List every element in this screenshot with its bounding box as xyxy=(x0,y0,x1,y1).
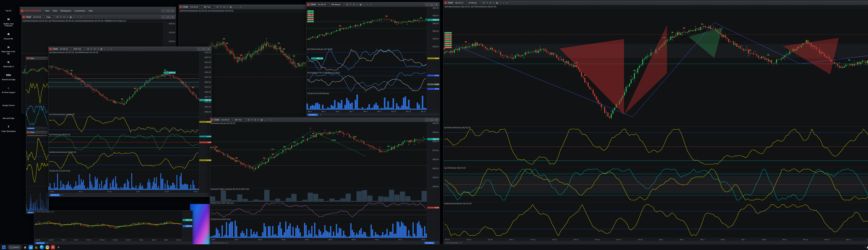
toolbar-icon[interactable]: ▦ xyxy=(100,48,103,51)
indicator-plot[interactable]: hpzMomentumIndicator (ES 06-23) xyxy=(49,151,199,170)
price-plot[interactable]: hpzPatternsIndicator (ES 06-23), hpzVWAP… xyxy=(49,52,199,113)
toolbar-icon[interactable]: ↔ xyxy=(72,15,75,19)
instrument-tab[interactable]: ES 06-23 xyxy=(424,242,435,244)
minimize-button[interactable]: ─ xyxy=(425,118,429,122)
toolbar-icon[interactable]: ↔ xyxy=(232,5,236,8)
time-axis[interactable]: Feb 14Feb 15Feb 16Feb 17Feb 21Feb 22Feb … xyxy=(443,238,868,241)
menu-item[interactable]: Tools xyxy=(53,10,57,12)
toolbar-icon[interactable]: ↕ xyxy=(502,1,505,4)
volume-plot[interactable]: VOL(ES 06-23 (300 Tick)) xyxy=(210,218,427,238)
minimize-button[interactable]: ─ xyxy=(161,15,166,19)
interval-dropdown[interactable]: Daily▾ xyxy=(45,15,54,19)
toolbar-icon[interactable]: ▦ xyxy=(229,5,232,8)
window-titlebar[interactable]: Chart ES 06-23▾ 300 Tick▾ ⊞✎⊕≡▦↔↕◇ ─ ▢ ✕ xyxy=(210,118,439,122)
maximize-button[interactable]: ▢ xyxy=(166,15,170,19)
price-axis[interactable]: 3982.75 4000.003990.003980.003970.003960… xyxy=(427,122,439,188)
toolbar-icon[interactable]: ↔ xyxy=(363,3,365,6)
tray-icon[interactable]: ▟ xyxy=(867,246,868,248)
toolbar-icon[interactable]: ⊞ xyxy=(482,1,485,4)
price-plot[interactable]: 3987.253984.503981.753979.003976.253973.… xyxy=(306,7,427,48)
toolbar-icon[interactable]: ✎ xyxy=(349,3,352,6)
toolbar-icon[interactable]: ▦ xyxy=(260,118,263,121)
toolbar-icon[interactable]: ◇ xyxy=(270,118,273,121)
interval-dropdown[interactable]: 300 Tick▾ xyxy=(233,118,245,122)
toolbar-icon[interactable]: ⊞ xyxy=(87,48,90,51)
toolbar-icon[interactable]: ≡ xyxy=(66,15,69,19)
toolbar-icon[interactable]: ▦ xyxy=(69,15,72,19)
close-button[interactable]: ✕ xyxy=(170,15,175,19)
add-tab-button[interactable]: + xyxy=(61,194,64,196)
toolbar-icon[interactable]: ✎ xyxy=(90,48,93,51)
taskbar-app-icon[interactable] xyxy=(45,245,50,249)
menu-item[interactable]: Help xyxy=(89,10,93,12)
desktop-icon[interactable]: Microsoft Edge xyxy=(1,111,16,120)
indicator-plot[interactable]: hpzTSIIndicator (NQ 06-23) xyxy=(443,167,868,202)
toolbar-icon[interactable]: ⊞ xyxy=(56,15,59,19)
interval-dropdown[interactable]: 2100 Tick▾ xyxy=(72,48,84,51)
volume-axis[interactable] xyxy=(427,92,439,110)
sparkline-plot[interactable] xyxy=(26,162,49,186)
desktop-icon[interactable]: ⌂ At Home Support xyxy=(1,85,16,94)
desktop-icon[interactable]: SSe StreamCast Edge xyxy=(1,72,16,81)
indicator-plot[interactable]: RSI(ES 06-23 (300 Tick),14,3) xyxy=(210,202,427,218)
window-titlebar[interactable]: Chart ES 03-23▾ Daily▾ ⊞✎⊕≡▦↔↕◇ ─ ▢ ✕ xyxy=(22,15,176,20)
indicator-plot[interactable]: hpzTSDivineIndicator (ES 06-23) xyxy=(49,113,199,133)
maximize-button[interactable]: ▢ xyxy=(166,9,170,12)
interval-dropdown[interactable]: 60 Minute▾ xyxy=(467,1,480,4)
close-button[interactable]: ✕ xyxy=(434,118,439,122)
instrument-dropdown[interactable]: ES 06-23▾ xyxy=(220,118,232,122)
sparkline-plot[interactable] xyxy=(26,60,49,82)
toolbar-icon[interactable]: ⊞ xyxy=(216,5,219,8)
desktop-icon[interactable]: M McAfee Total Protection xyxy=(1,16,16,27)
toolbar-icon[interactable]: ✎ xyxy=(486,1,489,4)
toolbar-icon[interactable]: ≡ xyxy=(492,1,495,4)
desktop-icon[interactable]: Google Chrome xyxy=(1,98,16,106)
sparkline-plot[interactable] xyxy=(26,105,49,127)
price-plot[interactable]: © 2023 NinjaTrader, LLC xyxy=(34,211,182,238)
window-titlebar[interactable]: Chart ES 06-23▾ 2100 Tick▾ ⊞✎⊕≡▦↔↕◇ ─ ▢ … xyxy=(49,47,212,52)
instrument-tab[interactable]: ES 06-23 xyxy=(50,194,60,196)
taskbar-app-icon[interactable] xyxy=(40,245,44,249)
desktop-icon[interactable]: T Trader Workstation xyxy=(1,124,16,132)
indicator-plot[interactable]: hpzHalfTrendIndicator (NQ 06-23) xyxy=(443,127,868,167)
instrument-tab[interactable]: ES 06-23 xyxy=(35,242,45,244)
toolbar-icon[interactable]: ◇ xyxy=(369,3,372,6)
toolbar-icon[interactable]: ↕ xyxy=(76,15,79,19)
taskbar-search[interactable]: Search xyxy=(8,245,21,249)
toolbar-icon[interactable]: ≡ xyxy=(257,118,260,121)
indicator-axis[interactable]: 43.47 xyxy=(427,48,439,71)
instrument-dropdown[interactable]: ES 06-23▾ xyxy=(317,3,329,6)
toolbar-icon[interactable]: ▦ xyxy=(359,3,362,6)
menu-item[interactable]: New xyxy=(45,10,49,12)
toolbar-icon[interactable]: ✎ xyxy=(250,118,253,121)
minimize-button[interactable]: ─ xyxy=(425,3,429,6)
toolbar-icon[interactable]: ⊕ xyxy=(63,15,66,19)
price-plot[interactable]: hpzPatternsIndicator (ES 06-23) C 4.089 … xyxy=(210,122,427,188)
taskbar-app-icon[interactable]: ▦ xyxy=(23,245,27,249)
toolbar-icon[interactable]: ⊞ xyxy=(247,118,250,121)
window-titlebar[interactable]: Chart xyxy=(26,131,49,134)
indicator-axis[interactable] xyxy=(427,188,439,202)
minimize-button[interactable]: ─ xyxy=(161,9,166,12)
add-tab-button[interactable]: + xyxy=(46,242,49,244)
indicator-plot[interactable]: hpzTSIIndicator (ES 06-23) xyxy=(49,133,199,151)
indicator-plot[interactable]: Stochastics(ES 06-23 (440 Minute),7,14,3… xyxy=(306,72,427,92)
price-plot[interactable]: 12620.0012560.5012491.2512418.7512344.50… xyxy=(443,8,868,126)
volume-plot[interactable]: VOL(ES 06-23 (2100 Tick)) xyxy=(49,170,199,190)
sparkline-plot[interactable] xyxy=(26,82,49,104)
instrument-dropdown[interactable]: ES 03-23▾ xyxy=(189,5,201,9)
time-axis[interactable]: 07:3607:4107:4607:5107:5708:01 xyxy=(49,190,212,193)
desktop-icon[interactable]: This PC xyxy=(1,3,16,12)
taskbar-app-icon[interactable]: ⚙ xyxy=(56,245,61,249)
add-tab-button[interactable]: + xyxy=(436,242,438,244)
toolbar-icon[interactable]: ↔ xyxy=(499,1,502,4)
window-titlebar[interactable]: Chart NQ 06-23▾ 60 Minute▾ ⊞✎⊕≡▦↔↕◇ ─ ▢ … xyxy=(443,1,868,5)
menu-item[interactable]: Workspaces xyxy=(61,10,71,12)
toolbar-icon[interactable]: ≡ xyxy=(226,5,229,8)
time-axis[interactable]: Mar 2Mar 3Mar 6Mar 7Mar 8Mar 9Mar 10Mar … xyxy=(306,110,439,113)
menu-item[interactable]: Connections xyxy=(74,10,85,12)
toolbar-icon[interactable]: ▦ xyxy=(495,1,498,4)
start-button[interactable] xyxy=(2,245,6,249)
indicator-plot[interactable]: hpzTSDivineIndicator (ES 06-23) xyxy=(306,48,427,71)
toolbar-icon[interactable]: ↕ xyxy=(106,48,110,51)
